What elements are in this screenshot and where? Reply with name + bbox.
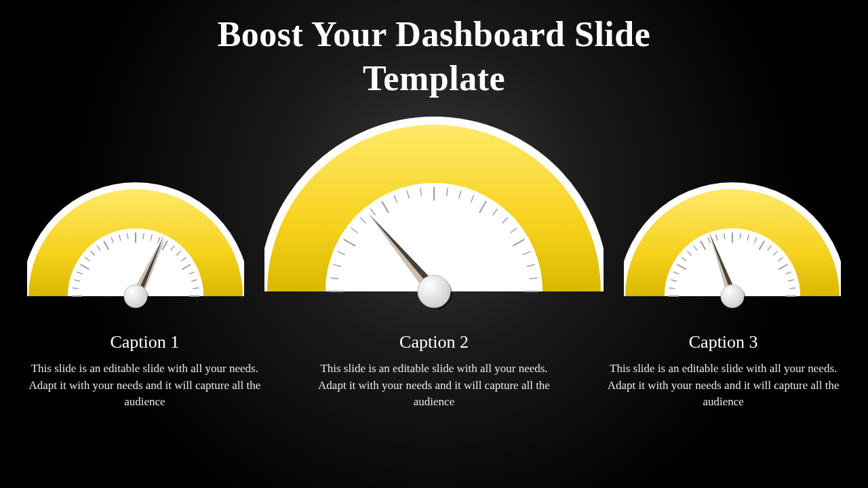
gauge [624, 181, 841, 310]
gauges-row [0, 134, 868, 310]
caption-body-3: This slide is an editable slide with all… [603, 361, 844, 411]
svg-point-29 [124, 285, 147, 308]
slide-title: Boost Your Dashboard Slide Template [0, 0, 868, 100]
gauge [264, 115, 604, 310]
gauge [27, 181, 244, 310]
gauge-icon [264, 115, 604, 310]
gauge-icon [624, 181, 841, 310]
title-line-1: Boost Your Dashboard Slide [218, 15, 651, 54]
caption-body-1: This slide is an editable slide with all… [24, 361, 265, 411]
caption-title-2: Caption 2 [314, 332, 555, 352]
caption-title-1: Caption 1 [24, 332, 265, 352]
captions-row: Caption 1 This slide is an editable slid… [0, 332, 868, 411]
caption-title-3: Caption 3 [603, 332, 844, 352]
svg-point-59 [418, 275, 450, 308]
caption-block-3: Caption 3 This slide is an editable slid… [578, 332, 868, 411]
title-line-2: Template [363, 59, 505, 98]
caption-block-1: Caption 1 This slide is an editable slid… [0, 332, 290, 411]
svg-point-89 [721, 285, 744, 308]
caption-body-2: This slide is an editable slide with all… [314, 361, 555, 411]
gauge-icon [27, 181, 244, 310]
caption-block-2: Caption 2 This slide is an editable slid… [290, 332, 579, 411]
